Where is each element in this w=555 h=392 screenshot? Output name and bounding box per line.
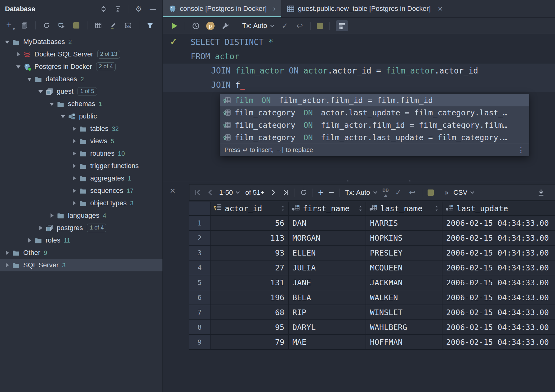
completion-item[interactable]: film_category ON actor.last_update = fil… [220, 106, 529, 119]
tree-item-postgres[interactable]: postgres1 of 4 [0, 222, 162, 234]
tree-item-roles[interactable]: roles11 [0, 234, 162, 247]
cell-last_name[interactable]: WINSLET [366, 305, 442, 319]
export-format-dropdown[interactable]: CSV [453, 189, 474, 197]
wrench-icon[interactable] [221, 21, 229, 30]
cell-last_name[interactable]: HOFFMAN [366, 335, 442, 349]
code-line-2[interactable]: FROM actor [163, 49, 555, 64]
modify-icon[interactable] [57, 21, 65, 29]
cell-last_name[interactable]: WAHLBERG [366, 320, 442, 334]
rollback-icon[interactable]: ↩ [295, 21, 304, 30]
cell-last_update[interactable]: 2006-02-15 04:34:33.00 [442, 305, 555, 319]
cell-actor_id[interactable]: 68 [211, 305, 289, 319]
cell-actor_id[interactable]: 27 [211, 261, 289, 275]
edit-icon[interactable] [109, 21, 117, 29]
previous-page-icon[interactable] [207, 189, 214, 196]
expand-chevron-icon[interactable] [69, 176, 79, 180]
column-header-actor_id[interactable]: actor_id [211, 202, 289, 215]
tree-item-trigger-functions[interactable]: trigger functions [0, 160, 162, 172]
cell-first_name[interactable]: DAN [289, 216, 366, 230]
row-number[interactable]: 5 [189, 275, 211, 290]
cell-actor_id[interactable]: 113 [211, 231, 289, 245]
row-number[interactable]: 9 [189, 335, 211, 349]
code-line-1[interactable]: SELECT DISTINCT * [163, 35, 555, 49]
row-number[interactable]: 6 [189, 290, 211, 305]
commit-check-icon[interactable]: ✓ [394, 188, 403, 197]
collapse-all-icon[interactable] [114, 5, 122, 13]
tree-item-sql-server[interactable]: SQL Server3 [0, 259, 162, 271]
splitter-handle[interactable] [409, 180, 411, 181]
submit-to-database-icon[interactable]: DB [383, 188, 389, 197]
expand-chevron-icon[interactable] [69, 139, 79, 143]
column-header-first_name[interactable]: first_name [289, 202, 366, 215]
refresh-icon[interactable] [42, 21, 51, 29]
settings-icon[interactable]: ⚙ [135, 5, 143, 13]
tab-new-table[interactable]: guest.public.new_table [Postgres in Dock… [281, 0, 448, 17]
cell-first_name[interactable]: MAE [289, 335, 366, 349]
cell-first_name[interactable]: ELLEN [289, 246, 366, 260]
row-number-header[interactable] [189, 202, 211, 215]
add-row-icon[interactable]: + [318, 188, 324, 197]
tree-item-databases[interactable]: databases2 [0, 73, 162, 85]
tree-item-public[interactable]: public [0, 110, 162, 122]
splitter-handle[interactable] [347, 180, 349, 181]
cell-actor_id[interactable]: 79 [211, 335, 289, 349]
cell-actor_id[interactable]: 131 [211, 275, 289, 290]
reload-icon[interactable] [300, 189, 307, 196]
cell-last_name[interactable]: WALKEN [366, 290, 442, 305]
commit-check-icon[interactable]: ✓ [281, 21, 289, 30]
cell-first_name[interactable]: RIP [289, 305, 366, 319]
tree-item-postgres-in-docker[interactable]: Postgres in Docker2 of 4 [0, 60, 162, 73]
tx-mode-dropdown[interactable]: Tx: Auto [242, 22, 274, 30]
row-number[interactable]: 4 [189, 261, 211, 275]
close-results-icon[interactable]: × [170, 186, 175, 195]
rollback-icon[interactable]: ↩ [408, 188, 417, 197]
expand-chevron-icon[interactable] [69, 151, 79, 156]
more-menu-icon[interactable]: ⋮ [517, 146, 525, 154]
expand-chevron-icon[interactable] [2, 251, 12, 255]
expand-chevron-icon[interactable] [69, 201, 79, 205]
cell-last_update[interactable]: 2006-02-15 04:34:33.00 [442, 275, 555, 290]
expand-chevron-icon[interactable] [47, 213, 56, 218]
in-editor-results-toggle[interactable] [336, 20, 348, 31]
cell-actor_id[interactable]: 56 [211, 216, 289, 230]
row-number[interactable]: 3 [189, 246, 211, 260]
tree-item-docker-sql-server[interactable]: Docker SQL Server2 of 13 [0, 48, 162, 60]
completion-item[interactable]: film_category ON film_actor.last_update … [220, 131, 529, 144]
filter-icon[interactable] [146, 21, 154, 29]
tree-item-views[interactable]: views5 [0, 135, 162, 147]
tab-console[interactable]: console [Postgres in Docker] › [163, 0, 281, 17]
row-number[interactable]: 2 [189, 231, 211, 245]
run-button[interactable] [170, 21, 179, 30]
tree-item-other[interactable]: Other9 [0, 247, 162, 259]
hide-icon[interactable]: — [149, 5, 157, 13]
cell-actor_id[interactable]: 95 [211, 320, 289, 334]
stop-icon[interactable] [428, 189, 434, 196]
session-badge[interactable]: p [206, 22, 215, 30]
cell-last_update[interactable]: 2006-02-15 04:34:33.00 [442, 335, 555, 349]
cell-last_update[interactable]: 2006-02-15 04:34:33.00 [442, 231, 555, 245]
page-range-dropdown[interactable]: 1-50 [219, 189, 240, 197]
download-icon[interactable] [537, 189, 545, 196]
column-header-last_name[interactable]: last_name [366, 202, 442, 215]
cell-last_name[interactable]: PRESLEY [366, 246, 442, 260]
tree-item-mydatabases[interactable]: MyDatabases2 [0, 36, 162, 48]
expand-chevron-icon[interactable] [14, 52, 23, 56]
sql-editor[interactable]: SELECT DISTINCT *FROM actorJOIN film_act… [163, 34, 555, 182]
table-icon[interactable] [94, 21, 102, 29]
tree-item-schemas[interactable]: schemas1 [0, 98, 162, 110]
tab-close-icon[interactable]: × [438, 4, 442, 14]
completion-item[interactable]: film_category ON film_actor.film_id = fi… [220, 119, 529, 131]
first-page-icon[interactable] [194, 189, 202, 196]
more-actions-chevrons[interactable]: » [445, 188, 448, 197]
row-number[interactable]: 7 [189, 305, 211, 319]
expand-chevron-icon[interactable] [25, 238, 34, 243]
last-page-icon[interactable] [282, 189, 289, 196]
locate-icon[interactable] [100, 5, 108, 13]
column-header-last_update[interactable]: last_update [442, 202, 555, 215]
cell-last_update[interactable]: 2006-02-15 04:34:33.00 [442, 290, 555, 305]
duplicate-icon[interactable] [20, 21, 29, 29]
cell-last_name[interactable]: HOPKINS [366, 231, 442, 245]
tree-item-languages[interactable]: languages4 [0, 209, 162, 222]
tree-item-object-types[interactable]: object types3 [0, 197, 162, 209]
stop-icon[interactable] [317, 23, 323, 29]
